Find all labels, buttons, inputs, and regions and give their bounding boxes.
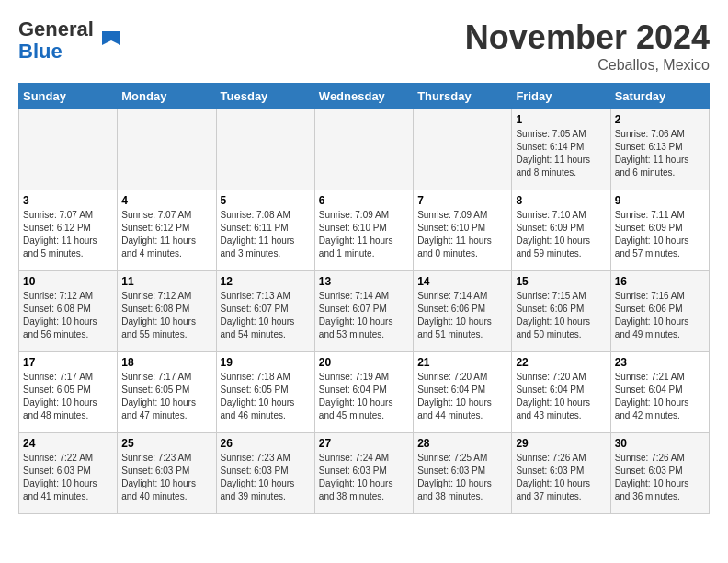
day-info: Sunrise: 7:24 AM Sunset: 6:03 PM Dayligh… xyxy=(319,452,409,503)
day-number: 11 xyxy=(121,275,211,288)
calendar-day-cell: 22Sunrise: 7:20 AM Sunset: 6:04 PM Dayli… xyxy=(512,352,610,433)
day-number: 2 xyxy=(615,113,705,126)
day-info: Sunrise: 7:26 AM Sunset: 6:03 PM Dayligh… xyxy=(615,452,705,503)
day-info: Sunrise: 7:18 AM Sunset: 6:05 PM Dayligh… xyxy=(221,371,311,422)
day-number: 29 xyxy=(516,437,606,450)
calendar-day-cell xyxy=(314,109,413,190)
day-info: Sunrise: 7:26 AM Sunset: 6:03 PM Dayligh… xyxy=(516,452,606,503)
calendar-day-cell: 5Sunrise: 7:08 AM Sunset: 6:11 PM Daylig… xyxy=(216,190,314,271)
title-block: November 2024 Ceballos, Mexico xyxy=(465,18,710,74)
calendar-day-cell: 20Sunrise: 7:19 AM Sunset: 6:04 PM Dayli… xyxy=(314,352,413,433)
calendar-day-cell: 19Sunrise: 7:18 AM Sunset: 6:05 PM Dayli… xyxy=(216,352,314,433)
calendar-day-cell: 9Sunrise: 7:11 AM Sunset: 6:09 PM Daylig… xyxy=(610,190,709,271)
calendar-day-cell: 17Sunrise: 7:17 AM Sunset: 6:05 PM Dayli… xyxy=(19,352,118,433)
calendar-day-cell: 3Sunrise: 7:07 AM Sunset: 6:12 PM Daylig… xyxy=(19,190,118,271)
calendar-day-cell xyxy=(118,109,216,190)
calendar-day-cell: 16Sunrise: 7:16 AM Sunset: 6:06 PM Dayli… xyxy=(610,271,709,352)
calendar-day-cell: 1Sunrise: 7:05 AM Sunset: 6:14 PM Daylig… xyxy=(512,109,610,190)
day-number: 21 xyxy=(417,356,507,369)
logo-icon xyxy=(97,27,125,54)
calendar-day-cell: 23Sunrise: 7:21 AM Sunset: 6:04 PM Dayli… xyxy=(610,352,709,433)
day-number: 10 xyxy=(23,275,113,288)
day-info: Sunrise: 7:09 AM Sunset: 6:10 PM Dayligh… xyxy=(417,209,507,260)
calendar-week-row: 10Sunrise: 7:12 AM Sunset: 6:08 PM Dayli… xyxy=(19,271,710,352)
day-info: Sunrise: 7:14 AM Sunset: 6:06 PM Dayligh… xyxy=(417,290,507,341)
day-number: 23 xyxy=(615,356,705,369)
day-number: 13 xyxy=(319,275,409,288)
day-info: Sunrise: 7:07 AM Sunset: 6:12 PM Dayligh… xyxy=(23,209,113,260)
calendar-day-cell: 12Sunrise: 7:13 AM Sunset: 6:07 PM Dayli… xyxy=(216,271,314,352)
day-number: 8 xyxy=(516,194,606,207)
calendar-header-row: SundayMondayTuesdayWednesdayThursdayFrid… xyxy=(19,84,710,109)
day-number: 5 xyxy=(221,194,311,207)
day-info: Sunrise: 7:05 AM Sunset: 6:14 PM Dayligh… xyxy=(516,128,606,179)
day-of-week-header: Tuesday xyxy=(216,84,314,109)
calendar-day-cell: 11Sunrise: 7:12 AM Sunset: 6:08 PM Dayli… xyxy=(118,271,216,352)
day-number: 18 xyxy=(121,356,211,369)
calendar-day-cell: 24Sunrise: 7:22 AM Sunset: 6:03 PM Dayli… xyxy=(19,433,118,514)
day-number: 22 xyxy=(516,356,606,369)
day-number: 15 xyxy=(516,275,606,288)
calendar-day-cell: 27Sunrise: 7:24 AM Sunset: 6:03 PM Dayli… xyxy=(314,433,413,514)
calendar-week-row: 3Sunrise: 7:07 AM Sunset: 6:12 PM Daylig… xyxy=(19,190,710,271)
month-title: November 2024 xyxy=(465,18,710,57)
day-of-week-header: Thursday xyxy=(414,84,512,109)
day-number: 19 xyxy=(221,356,311,369)
day-info: Sunrise: 7:25 AM Sunset: 6:03 PM Dayligh… xyxy=(417,452,507,503)
page-header: General Blue November 2024 Ceballos, Mex… xyxy=(18,18,710,74)
day-info: Sunrise: 7:10 AM Sunset: 6:09 PM Dayligh… xyxy=(516,209,606,260)
day-info: Sunrise: 7:17 AM Sunset: 6:05 PM Dayligh… xyxy=(23,371,113,422)
day-number: 16 xyxy=(615,275,705,288)
day-of-week-header: Saturday xyxy=(610,84,709,109)
calendar-table: SundayMondayTuesdayWednesdayThursdayFrid… xyxy=(18,83,710,514)
calendar-day-cell: 4Sunrise: 7:07 AM Sunset: 6:12 PM Daylig… xyxy=(118,190,216,271)
calendar-day-cell: 15Sunrise: 7:15 AM Sunset: 6:06 PM Dayli… xyxy=(512,271,610,352)
day-number: 20 xyxy=(319,356,409,369)
calendar-week-row: 17Sunrise: 7:17 AM Sunset: 6:05 PM Dayli… xyxy=(19,352,710,433)
calendar-day-cell: 14Sunrise: 7:14 AM Sunset: 6:06 PM Dayli… xyxy=(414,271,512,352)
calendar-day-cell: 21Sunrise: 7:20 AM Sunset: 6:04 PM Dayli… xyxy=(414,352,512,433)
day-number: 7 xyxy=(417,194,507,207)
day-info: Sunrise: 7:17 AM Sunset: 6:05 PM Dayligh… xyxy=(121,371,211,422)
calendar-day-cell: 25Sunrise: 7:23 AM Sunset: 6:03 PM Dayli… xyxy=(118,433,216,514)
svg-marker-0 xyxy=(102,31,120,45)
day-info: Sunrise: 7:11 AM Sunset: 6:09 PM Dayligh… xyxy=(615,209,705,260)
day-info: Sunrise: 7:23 AM Sunset: 6:03 PM Dayligh… xyxy=(221,452,311,503)
day-of-week-header: Friday xyxy=(512,84,610,109)
day-of-week-header: Wednesday xyxy=(314,84,413,109)
logo: General Blue xyxy=(18,18,125,63)
day-number: 9 xyxy=(615,194,705,207)
logo-general: General xyxy=(18,17,94,40)
day-number: 12 xyxy=(221,275,311,288)
calendar-week-row: 24Sunrise: 7:22 AM Sunset: 6:03 PM Dayli… xyxy=(19,433,710,514)
day-info: Sunrise: 7:20 AM Sunset: 6:04 PM Dayligh… xyxy=(516,371,606,422)
calendar-day-cell: 7Sunrise: 7:09 AM Sunset: 6:10 PM Daylig… xyxy=(414,190,512,271)
day-info: Sunrise: 7:22 AM Sunset: 6:03 PM Dayligh… xyxy=(23,452,113,503)
day-number: 26 xyxy=(221,437,311,450)
day-info: Sunrise: 7:07 AM Sunset: 6:12 PM Dayligh… xyxy=(121,209,211,260)
day-info: Sunrise: 7:19 AM Sunset: 6:04 PM Dayligh… xyxy=(319,371,409,422)
calendar-day-cell: 10Sunrise: 7:12 AM Sunset: 6:08 PM Dayli… xyxy=(19,271,118,352)
calendar-day-cell: 28Sunrise: 7:25 AM Sunset: 6:03 PM Dayli… xyxy=(414,433,512,514)
day-of-week-header: Sunday xyxy=(19,84,118,109)
day-number: 6 xyxy=(319,194,409,207)
day-info: Sunrise: 7:21 AM Sunset: 6:04 PM Dayligh… xyxy=(615,371,705,422)
day-info: Sunrise: 7:16 AM Sunset: 6:06 PM Dayligh… xyxy=(615,290,705,341)
day-info: Sunrise: 7:12 AM Sunset: 6:08 PM Dayligh… xyxy=(121,290,211,341)
calendar-day-cell xyxy=(19,109,118,190)
day-info: Sunrise: 7:06 AM Sunset: 6:13 PM Dayligh… xyxy=(615,128,705,179)
day-info: Sunrise: 7:23 AM Sunset: 6:03 PM Dayligh… xyxy=(121,452,211,503)
day-number: 27 xyxy=(319,437,409,450)
day-info: Sunrise: 7:12 AM Sunset: 6:08 PM Dayligh… xyxy=(23,290,113,341)
day-of-week-header: Monday xyxy=(118,84,216,109)
day-info: Sunrise: 7:09 AM Sunset: 6:10 PM Dayligh… xyxy=(319,209,409,260)
day-number: 24 xyxy=(23,437,113,450)
calendar-day-cell: 13Sunrise: 7:14 AM Sunset: 6:07 PM Dayli… xyxy=(314,271,413,352)
calendar-day-cell: 8Sunrise: 7:10 AM Sunset: 6:09 PM Daylig… xyxy=(512,190,610,271)
calendar-day-cell: 29Sunrise: 7:26 AM Sunset: 6:03 PM Dayli… xyxy=(512,433,610,514)
day-info: Sunrise: 7:08 AM Sunset: 6:11 PM Dayligh… xyxy=(221,209,311,260)
calendar-day-cell: 18Sunrise: 7:17 AM Sunset: 6:05 PM Dayli… xyxy=(118,352,216,433)
calendar-day-cell xyxy=(216,109,314,190)
day-number: 3 xyxy=(23,194,113,207)
calendar-week-row: 1Sunrise: 7:05 AM Sunset: 6:14 PM Daylig… xyxy=(19,109,710,190)
